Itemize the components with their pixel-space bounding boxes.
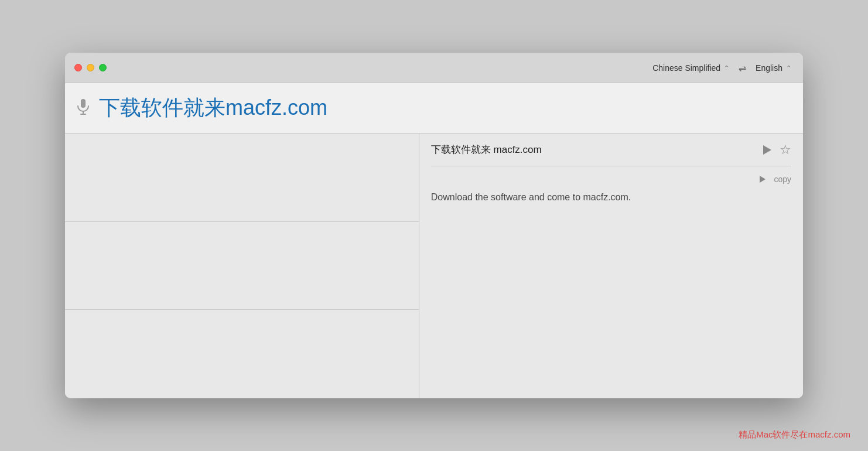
svg-rect-0: [81, 99, 86, 108]
primary-translation-row: 下载软件就来 macfz.com ☆: [431, 143, 791, 156]
source-language-label: Chinese Simplified: [652, 63, 720, 73]
primary-translation-text: 下载软件就来 macfz.com: [431, 143, 763, 156]
divider: [431, 166, 791, 166]
favorite-button[interactable]: ☆: [780, 144, 791, 156]
titlebar: Chinese Simplified ⌃ ⇌ English ⌃: [65, 53, 803, 83]
close-button[interactable]: [74, 64, 82, 71]
source-language-chevron-icon: ⌃: [724, 64, 729, 71]
source-language-selector[interactable]: Chinese Simplified ⌃: [652, 63, 729, 73]
source-text-input[interactable]: 下载软件就来macfz.com: [99, 94, 327, 122]
maximize-button[interactable]: [99, 64, 107, 71]
traffic-lights: [74, 64, 107, 71]
left-panel-row-2: [65, 222, 419, 310]
primary-actions: ☆: [763, 144, 791, 156]
target-language-chevron-icon: ⌃: [786, 64, 791, 71]
secondary-translation-row: copy: [431, 175, 791, 184]
app-window: Chinese Simplified ⌃ ⇌ English ⌃ 下载软件就来m…: [65, 53, 803, 398]
target-language-label: English: [756, 63, 782, 73]
microphone-icon[interactable]: [77, 98, 90, 118]
right-panel: 下载软件就来 macfz.com ☆ copy Download the sof…: [419, 134, 803, 398]
copy-button[interactable]: copy: [774, 175, 791, 184]
input-area[interactable]: 下载软件就来macfz.com: [65, 83, 803, 134]
left-panel: [65, 134, 419, 398]
left-panel-row-3: [65, 310, 419, 398]
minimize-button[interactable]: [87, 64, 94, 71]
left-panel-row-1: [65, 134, 419, 222]
target-language-selector[interactable]: English ⌃: [756, 63, 791, 73]
play-primary-button[interactable]: [763, 145, 771, 155]
secondary-translation-text: Download the software and come to macfz.…: [431, 192, 791, 203]
main-content: 下载软件就来 macfz.com ☆ copy Download the sof…: [65, 134, 803, 398]
language-controls: Chinese Simplified ⌃ ⇌ English ⌃: [652, 62, 791, 73]
watermark: 精品Mac软件尽在macfz.com: [739, 429, 850, 440]
play-secondary-button[interactable]: [760, 176, 766, 183]
swap-languages-button[interactable]: ⇌: [739, 62, 746, 73]
